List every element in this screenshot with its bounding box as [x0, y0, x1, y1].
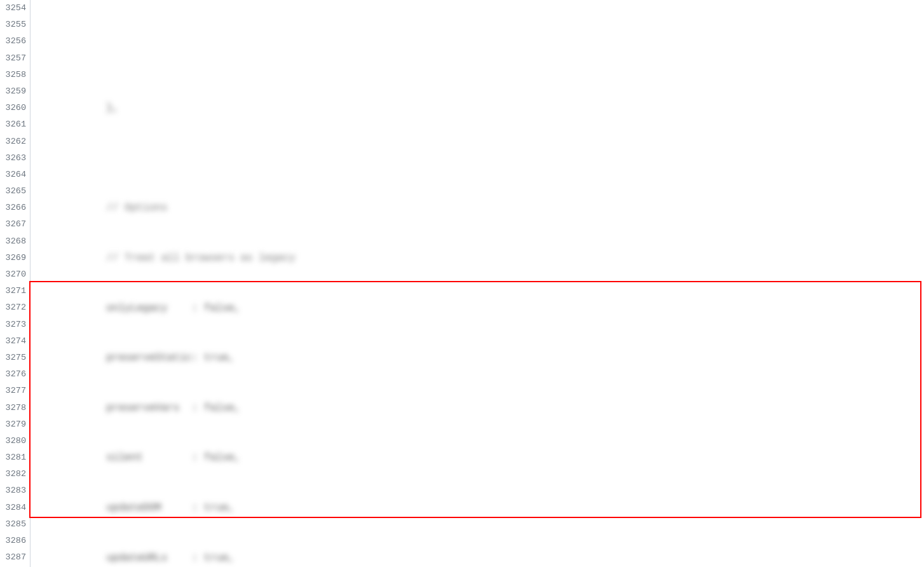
code-line: updateDOM : true, — [33, 500, 924, 516]
line-number: 3270 — [0, 266, 26, 283]
line-number: 3278 — [0, 400, 26, 416]
line-number: 3286 — [0, 533, 26, 549]
line-number: 3262 — [0, 133, 26, 150]
line-number: 3254 — [0, 0, 26, 17]
line-number: 3272 — [0, 299, 26, 316]
line-number: 3265 — [0, 183, 26, 200]
line-number: 3266 — [0, 200, 26, 216]
code-line: silent : false, — [33, 449, 924, 466]
line-number: 3281 — [0, 449, 26, 466]
line-number: 3256 — [0, 33, 26, 50]
line-number: 3275 — [0, 350, 26, 366]
line-number: 3267 — [0, 216, 26, 233]
code-line: onlyLegacy : false, — [33, 300, 924, 317]
line-number: 3279 — [0, 416, 26, 433]
line-number: 3269 — [0, 250, 26, 266]
comment-text: // Treat all browsers as legacy — [33, 252, 296, 264]
line-number: 3264 — [0, 167, 26, 183]
code-pane[interactable]: }, // Options // Treat all browsers as l… — [31, 0, 924, 567]
comment-text: // Options — [33, 202, 167, 214]
code-line: // Treat all browsers as legacy — [33, 250, 924, 266]
line-number: 3282 — [0, 466, 26, 482]
line-number: 3260 — [0, 100, 26, 116]
code-line: preserveStatic: true, — [33, 350, 924, 366]
code-line: preserveVars : false, — [33, 400, 924, 416]
code-line — [33, 150, 924, 167]
line-number: 3285 — [0, 516, 26, 533]
line-number: 3271 — [0, 283, 26, 299]
line-number: 3287 — [0, 549, 26, 566]
line-number: 3261 — [0, 116, 26, 133]
line-number: 3263 — [0, 150, 26, 167]
line-number: 3283 — [0, 482, 26, 499]
code-line: }, — [33, 100, 924, 116]
code-line: updateURLs : true, — [33, 550, 924, 566]
line-number: 3277 — [0, 383, 26, 399]
line-number: 3258 — [0, 67, 26, 83]
code-line: // Options — [33, 200, 924, 216]
line-number: 3257 — [0, 50, 26, 67]
line-number-gutter: 3254325532563257325832593260326132623263… — [0, 0, 31, 567]
blurred-region: }, // Options // Treat all browsers as l… — [33, 67, 924, 567]
code-editor: 3254325532563257325832593260326132623263… — [0, 0, 924, 567]
line-number: 3280 — [0, 433, 26, 449]
line-number: 3284 — [0, 500, 26, 516]
line-number: 3268 — [0, 233, 26, 250]
line-number: 3273 — [0, 317, 26, 333]
line-number: 3255 — [0, 17, 26, 33]
line-number: 3259 — [0, 83, 26, 100]
line-number: 3276 — [0, 366, 26, 383]
line-number: 3274 — [0, 333, 26, 350]
